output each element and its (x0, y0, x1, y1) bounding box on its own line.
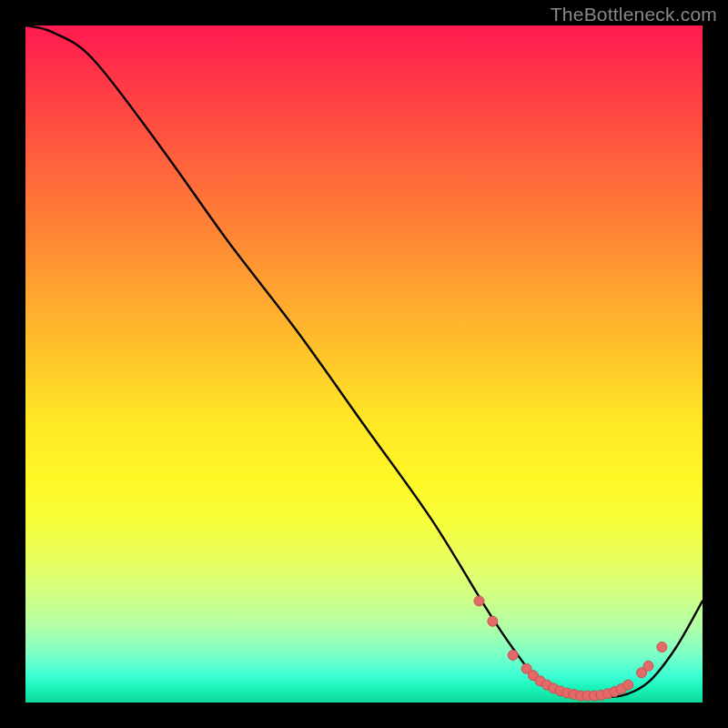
watermark-text: TheBottleneck.com (551, 4, 717, 25)
highlight-dot (508, 650, 518, 660)
highlight-dot (474, 596, 484, 606)
bottleneck-curve (25, 25, 703, 697)
highlight-dot (488, 616, 498, 626)
highlight-dot (657, 642, 667, 652)
highlight-dot (623, 680, 633, 690)
highlight-dots (474, 596, 667, 701)
highlight-dot (643, 661, 653, 671)
chart-svg (25, 25, 703, 703)
chart-plot-area (25, 25, 703, 703)
chart-frame: TheBottleneck.com (0, 0, 728, 728)
